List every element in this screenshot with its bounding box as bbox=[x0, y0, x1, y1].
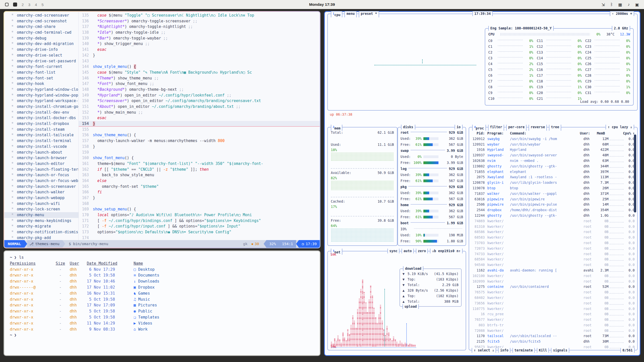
file-item[interactable]: *omarchy-launch-or-focus bbox=[11, 172, 78, 178]
code-line[interactable]: 163 back_to show_style_menu bbox=[79, 172, 320, 178]
header-pid[interactable]: Pid: bbox=[472, 131, 487, 136]
process-table-header[interactable]: Pid: Program: Command: User: MemB Cpu% ↑ bbox=[472, 131, 635, 136]
diagnostics-badge[interactable]: ● 30 bbox=[252, 242, 259, 246]
file-item[interactable]: *omarchy-font-set bbox=[11, 75, 78, 81]
file-item[interactable]: *omarchy-drive-select bbox=[11, 53, 78, 58]
code-line[interactable]: 156show_theme_menu() { bbox=[79, 132, 320, 138]
process-row[interactable]: 73703kworker/root0B0.0 bbox=[472, 240, 635, 246]
code-line[interactable]: 146 *Theme*) show_theme_menu ;; bbox=[79, 75, 320, 81]
net-option-zero[interactable]: zero bbox=[416, 249, 428, 253]
process-scrollbar[interactable] bbox=[634, 134, 636, 212]
file-item[interactable]: *omarchy-install-vscode bbox=[11, 144, 78, 150]
process-row[interactable]: 102100kworker/root0B0.0 bbox=[472, 273, 635, 279]
proc-option-percore[interactable]: per-core bbox=[506, 125, 527, 131]
code-line[interactable]: 151 *About*) open_in_editor ~/.config/om… bbox=[79, 104, 320, 110]
process-row[interactable]: 68402kworker/root0B0.0 bbox=[472, 295, 635, 301]
code-line[interactable]: 148 *Background*) omarchy-theme-bg-next … bbox=[79, 87, 320, 93]
git-branch[interactable]: ⎇ themes-menu bbox=[27, 240, 62, 248]
process-row[interactable]: 68584kworker/root0B0.0 bbox=[472, 257, 635, 262]
code-line[interactable]: 168 bbox=[79, 201, 320, 207]
process-row[interactable]: 1275containe/usr/bin/containerdroot52M0.… bbox=[472, 284, 635, 290]
code-line[interactable]: 141 esac bbox=[79, 47, 320, 53]
code-line[interactable]: 139 *Bar*) omarchy-toggle-waybar ;; bbox=[79, 35, 320, 41]
sort-column-selector[interactable]: ↑ cpu lazy ↓ bbox=[606, 125, 634, 129]
workspace-active-icon[interactable] bbox=[13, 3, 17, 7]
code-pane[interactable]: 135 case $(menu "Toggle" "▢ Screensaver\… bbox=[79, 12, 320, 240]
terminal-window[interactable]: ~❯lsPermissionsSizeUserDate ModifiedName… bbox=[4, 250, 320, 356]
process-row[interactable]: 1162avahi-daavahi-daemon: running [avahi… bbox=[472, 268, 635, 273]
select-control[interactable]: ↑ select ↓ bbox=[472, 348, 496, 353]
code-line[interactable]: 153 esac bbox=[79, 115, 320, 121]
file-item[interactable]: *omarchy-install-steam bbox=[11, 127, 78, 132]
cpu-menu-menu[interactable]: menu bbox=[344, 11, 357, 17]
code-line[interactable]: 162 if [[ "$theme" == "CNCLD" || -z "$th… bbox=[79, 167, 320, 172]
code-line[interactable]: 170 local options="♪ Audio\n≋ Wifi\nᛒ Bl… bbox=[79, 212, 320, 218]
process-row[interactable]: 71837walker/usr/bin/walker --gappldhh371… bbox=[472, 191, 635, 197]
file-item[interactable]: *omarchy-debug bbox=[11, 35, 78, 41]
process-row[interactable]: 71855elephantelephantdhh397M0.0 bbox=[472, 169, 635, 175]
process-row[interactable]: 110775kworker/root0B0.0 bbox=[472, 306, 635, 312]
workspace-4[interactable]: 4 bbox=[35, 3, 37, 7]
header-memory[interactable]: MemB bbox=[594, 131, 605, 136]
workspace-5[interactable]: 5 bbox=[42, 3, 44, 7]
file-item[interactable]: *omarchy-pkg-add bbox=[11, 235, 78, 240]
code-line[interactable]: 143 bbox=[79, 58, 320, 64]
proc-option-filter[interactable]: filter bbox=[488, 125, 504, 131]
code-line[interactable]: 138 *Idle*) omarchy-toggle-idle ;; bbox=[79, 30, 320, 35]
code-line[interactable]: 152 *) show_main_menu ;; bbox=[79, 110, 320, 115]
process-row[interactable]: 63816pipewire/usr/bin/pipewiredhh25M0.0 bbox=[472, 197, 635, 202]
stats-icon[interactable]: ▦ bbox=[618, 2, 622, 7]
file-item[interactable]: *omarchy-notification-dismiss bbox=[11, 229, 78, 235]
file-item[interactable]: *omarchy-launch-browser bbox=[11, 155, 78, 161]
process-row[interactable]: 81310kworker/root0B0.0 bbox=[472, 224, 635, 230]
code-line[interactable]: 161 theme=$(menu "Font" "$(omarchy-font-… bbox=[79, 161, 320, 167]
file-item[interactable]: *omarchy-install-dev-env bbox=[11, 110, 78, 115]
file-item[interactable]: *omarchy-font-list bbox=[11, 70, 78, 75]
bluetooth-icon[interactable]: ᛒ bbox=[610, 2, 613, 7]
info-control[interactable]: info bbox=[498, 348, 510, 353]
code-line[interactable]: 154} bbox=[79, 121, 320, 127]
process-row[interactable]: 119078btopbtopdhh26M0.0 bbox=[472, 186, 635, 191]
code-line[interactable]: 164 else bbox=[79, 178, 320, 184]
process-row[interactable]: 102638nvimnvim --embed .dhh63M0.0 bbox=[472, 158, 635, 164]
process-row[interactable]: 2075XwaylandXwayland :1 -rootless -dhh11… bbox=[472, 174, 635, 180]
process-row[interactable]: 76575kworker/root0B0.0 bbox=[472, 290, 635, 295]
file-item[interactable]: *omarchy-install-terminal bbox=[11, 138, 78, 144]
code-line[interactable]: 150 *Screensaver*) open_in_editor ~/.con… bbox=[79, 98, 320, 104]
file-item[interactable]: *omarchy-hyprland-window-close-all bbox=[11, 87, 78, 93]
neovim-window[interactable]: *omarchy-cmd-screensaver*omarchy-cmd-scr… bbox=[4, 11, 320, 248]
code-line[interactable]: 149 *Hyprland*) open_in_editor ~/.config… bbox=[79, 93, 320, 98]
net-option-auto[interactable]: auto bbox=[401, 249, 414, 253]
file-item[interactable]: *omarchy-menu-keybindings bbox=[11, 218, 78, 224]
code-line[interactable]: 135 case $(menu "Toggle" "▢ Screensaver\… bbox=[79, 13, 320, 18]
volume-icon[interactable]: ♪ bbox=[628, 2, 630, 7]
file-item[interactable]: *omarchy-cmd-share bbox=[11, 24, 78, 30]
code-line[interactable]: 144show_style_menu() { bbox=[79, 64, 320, 70]
code-line[interactable]: 137 *Nightlight*) omarchy-toggle-nightli… bbox=[79, 24, 320, 30]
screencast-icon[interactable]: ⇲ bbox=[601, 2, 605, 7]
kill-control[interactable]: Kill bbox=[537, 348, 549, 353]
process-row[interactable]: 74733kworker/root0B0.0 bbox=[472, 251, 635, 257]
refresh-interval[interactable]: - 2000ms + bbox=[610, 11, 634, 16]
process-row[interactable]: 1916HyprlandHyprlanddhh422M0.0 bbox=[472, 147, 635, 153]
file-item[interactable]: *omarchy-dev-add-migration bbox=[11, 41, 78, 47]
header-program[interactable]: Program: bbox=[487, 131, 510, 136]
apps-icon[interactable] bbox=[5, 3, 9, 6]
process-row[interactable]: 119802ghostty/usr/bin/ghostty --gtk-dhh3… bbox=[472, 164, 635, 169]
process-row[interactable]: 120937swayosd-/usr/bin/swayosd-serverdhh… bbox=[472, 153, 635, 158]
code-line[interactable]: 140 *) show_trigger_menu ;; bbox=[79, 41, 320, 47]
clock[interactable]: Monday 17:39 bbox=[309, 2, 335, 7]
header-cpu[interactable]: Cpu% bbox=[621, 131, 631, 136]
code-line[interactable]: 157 omarchy-launch-walker -m menus:omarc… bbox=[79, 138, 320, 144]
code-line[interactable]: 172 [ -f ~/.config/hypr/input.conf ] && … bbox=[79, 223, 320, 229]
code-line[interactable]: 171 [ -f ~/.config/hypr/bindings.conf ] … bbox=[79, 218, 320, 224]
cpu-menu-preset[interactable]: preset * bbox=[359, 11, 379, 17]
file-item[interactable]: *omarchy-cmd-screenshot bbox=[11, 18, 78, 24]
process-row[interactable]: 12244ghostty/usr/bin/ghostty --gtk-dhh1.… bbox=[472, 213, 635, 218]
code-line[interactable]: 166 fi bbox=[79, 189, 320, 195]
code-line[interactable]: 167} bbox=[79, 195, 320, 201]
file-item[interactable]: *omarchy-hyprland-window-pop bbox=[11, 93, 78, 98]
process-row[interactable]: 16rcu_preeroot0B0.0 bbox=[472, 311, 635, 317]
code-line[interactable]: 136 *Screensaver*) omarchy-toggle-screen… bbox=[79, 18, 320, 24]
process-row[interactable]: 68583kworker/root0B0.0 bbox=[472, 235, 635, 240]
